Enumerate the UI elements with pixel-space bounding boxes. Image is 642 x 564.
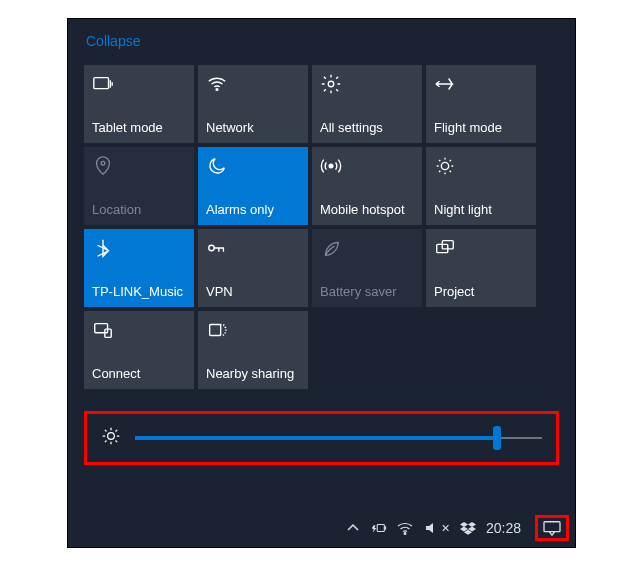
tile-location[interactable]: Location xyxy=(84,147,194,225)
location-icon xyxy=(92,155,186,177)
tile-tablet-mode[interactable]: Tablet mode xyxy=(84,65,194,143)
tile-alarms-only[interactable]: Alarms only xyxy=(198,147,308,225)
airplane-icon xyxy=(434,73,528,95)
tile-flight-mode[interactable]: Flight mode xyxy=(426,65,536,143)
svg-rect-13 xyxy=(377,524,384,531)
dropbox-icon[interactable] xyxy=(460,521,476,535)
quick-action-tiles: Tablet mode Network All settings Flight … xyxy=(68,57,575,389)
hotspot-icon xyxy=(320,155,414,177)
vpn-icon xyxy=(206,237,300,259)
taskbar-clock[interactable]: 20:28 xyxy=(486,520,521,536)
svg-rect-16 xyxy=(544,522,560,532)
svg-point-2 xyxy=(328,81,334,87)
action-center-panel: Collapse Tablet mode Network All setting… xyxy=(67,18,576,548)
svg-point-5 xyxy=(441,162,448,169)
tile-nearby-sharing[interactable]: Nearby sharing xyxy=(198,311,308,389)
tile-label: Battery saver xyxy=(320,284,414,299)
svg-point-1 xyxy=(216,89,218,91)
tile-network[interactable]: Network xyxy=(198,65,308,143)
action-center-button[interactable] xyxy=(535,515,569,541)
wifi-tray-icon[interactable] xyxy=(397,521,413,535)
svg-point-12 xyxy=(108,432,115,439)
volume-muted-icon[interactable]: ✕ xyxy=(423,521,450,535)
tile-project[interactable]: Project xyxy=(426,229,536,307)
bluetooth-icon xyxy=(92,237,186,259)
brightness-icon xyxy=(101,426,121,451)
tile-label: Nearby sharing xyxy=(206,366,300,381)
brightness-slider[interactable] xyxy=(135,428,542,448)
tile-all-settings[interactable]: All settings xyxy=(312,65,422,143)
nearby-icon xyxy=(206,319,300,341)
tile-label: Project xyxy=(434,284,528,299)
tile-label: TP-LINK_Music xyxy=(92,284,186,299)
svg-rect-9 xyxy=(95,324,108,333)
tile-label: Mobile hotspot xyxy=(320,202,414,217)
gear-icon xyxy=(320,73,414,95)
tile-label: Night light xyxy=(434,202,528,217)
tile-bluetooth[interactable]: TP-LINK_Music xyxy=(84,229,194,307)
svg-point-15 xyxy=(404,533,406,535)
slider-fill xyxy=(135,436,497,440)
tile-label: Network xyxy=(206,120,300,135)
leaf-icon xyxy=(320,237,414,259)
svg-point-6 xyxy=(209,245,215,251)
tile-mobile-hotspot[interactable]: Mobile hotspot xyxy=(312,147,422,225)
tile-label: All settings xyxy=(320,120,414,135)
tile-label: VPN xyxy=(206,284,300,299)
wifi-icon xyxy=(206,73,300,95)
power-icon[interactable] xyxy=(371,521,387,535)
tray-overflow-chevron-icon[interactable] xyxy=(345,521,361,535)
tile-label: Tablet mode xyxy=(92,120,186,135)
tile-battery-saver[interactable]: Battery saver xyxy=(312,229,422,307)
mute-x-icon: ✕ xyxy=(441,522,450,535)
svg-point-3 xyxy=(101,161,105,165)
moon-icon xyxy=(206,155,300,177)
connect-icon xyxy=(92,319,186,341)
project-icon xyxy=(434,237,528,259)
tile-connect[interactable]: Connect xyxy=(84,311,194,389)
brightness-slider-row xyxy=(84,411,559,465)
svg-rect-14 xyxy=(385,526,386,530)
tile-label: Flight mode xyxy=(434,120,528,135)
collapse-link[interactable]: Collapse xyxy=(68,19,575,57)
tile-vpn[interactable]: VPN xyxy=(198,229,308,307)
tile-label: Location xyxy=(92,202,186,217)
tile-label: Connect xyxy=(92,366,186,381)
tablet-icon xyxy=(92,73,186,95)
nightlight-icon xyxy=(434,155,528,177)
svg-point-4 xyxy=(329,164,333,168)
svg-rect-0 xyxy=(94,78,109,89)
tile-night-light[interactable]: Night light xyxy=(426,147,536,225)
taskbar-tray: ✕ 20:28 xyxy=(68,509,575,547)
tile-label: Alarms only xyxy=(206,202,300,217)
slider-thumb[interactable] xyxy=(493,426,501,450)
svg-rect-11 xyxy=(210,325,221,336)
